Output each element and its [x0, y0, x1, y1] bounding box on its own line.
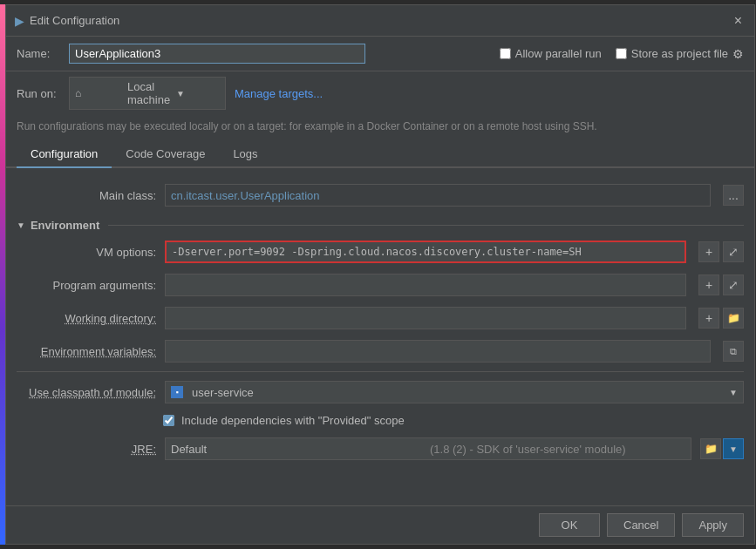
env-vars-copy-button[interactable]: ⧉: [723, 341, 744, 362]
module-icon: ▪: [171, 386, 183, 398]
program-args-expand-button[interactable]: ⤢: [723, 274, 744, 295]
info-text: Run configurations may be executed local…: [6, 115, 754, 141]
main-class-label: Main class:: [17, 189, 156, 202]
run-on-dropdown[interactable]: ⌂ Local machine ▼: [69, 77, 226, 110]
jre-folder-button[interactable]: 📁: [700, 438, 721, 459]
jre-value: Default (1.8 (2) - SDK of 'user-service'…: [165, 437, 691, 460]
store-project-checkbox[interactable]: [616, 48, 627, 59]
env-vars-input[interactable]: [165, 340, 711, 363]
jre-label: JRE:: [17, 443, 156, 456]
store-project-label: Store as project file: [631, 47, 728, 60]
config-icon: ▶: [15, 14, 24, 28]
module-dropdown-arrow-icon: ▼: [729, 388, 738, 397]
working-dir-row: Working directory: + 📁: [6, 302, 754, 335]
vm-options-expand-button[interactable]: ⤢: [723, 241, 744, 262]
program-args-add-button[interactable]: +: [698, 274, 719, 295]
triangle-icon[interactable]: ▼: [17, 220, 25, 230]
main-class-value: cn.itcast.user.UserApplication: [171, 189, 705, 202]
jre-row: JRE: Default (1.8 (2) - SDK of 'user-ser…: [6, 432, 754, 465]
gear-icon[interactable]: ⚙: [732, 47, 744, 61]
cancel-button[interactable]: Cancel: [607, 513, 675, 537]
classpath-module-row: Use classpath of module: ▪ user-service …: [6, 376, 754, 409]
apply-button[interactable]: Apply: [682, 513, 744, 537]
env-vars-label: Environment variables:: [17, 345, 156, 358]
name-label: Name:: [17, 47, 60, 60]
main-class-browse-button[interactable]: ...: [723, 185, 744, 206]
program-args-row: Program arguments: + ⤢: [6, 268, 754, 302]
tab-code-coverage[interactable]: Code Coverage: [112, 141, 219, 168]
classpath-label: Use classpath of module:: [17, 386, 156, 399]
tabs-bar: Configuration Code Coverage Logs: [6, 141, 754, 168]
main-class-row: Main class: cn.itcast.user.UserApplicati…: [6, 179, 754, 212]
classpath-module-dropdown[interactable]: ▪ user-service ▼: [165, 381, 744, 403]
home-icon: ⌂: [75, 87, 119, 99]
include-deps-checkbox[interactable]: [163, 415, 174, 426]
tab-configuration[interactable]: Configuration: [17, 141, 112, 168]
working-dir-folder-button[interactable]: 📁: [723, 308, 744, 329]
include-deps-row: Include dependencies with "Provided" sco…: [6, 409, 754, 432]
vm-options-input[interactable]: [165, 241, 686, 263]
vm-options-label: VM options:: [17, 246, 156, 259]
parallel-run-checkbox[interactable]: [500, 48, 511, 59]
run-on-value: Local machine: [127, 80, 171, 106]
vm-options-row: VM options: + ⤢: [6, 235, 754, 268]
environment-section: ▼ Environment: [6, 212, 754, 235]
jre-dim-text: (1.8 (2) - SDK of 'user-service' module): [430, 443, 685, 456]
name-input[interactable]: [69, 44, 365, 64]
manage-targets-link[interactable]: Manage targets...: [235, 87, 323, 100]
program-args-input[interactable]: [165, 274, 686, 296]
working-dir-input[interactable]: [165, 307, 686, 329]
module-name: user-service: [192, 386, 254, 399]
env-vars-row: Environment variables: ⧉: [6, 335, 754, 368]
content-area: Main class: cn.itcast.user.UserApplicati…: [6, 168, 754, 505]
dropdown-arrow-icon: ▼: [176, 89, 220, 98]
dialog-title: Edit Configuration: [30, 14, 119, 27]
parallel-run-label: Allow parallel run: [515, 47, 602, 60]
program-args-label: Program arguments:: [17, 279, 156, 292]
jre-dropdown-button[interactable]: ▼: [723, 438, 744, 459]
ok-button[interactable]: OK: [539, 513, 600, 537]
environment-title: Environment: [31, 219, 99, 232]
jre-default-text: Default: [171, 443, 426, 456]
bottom-bar: OK Cancel Apply: [6, 505, 754, 544]
include-deps-label: Include dependencies with "Provided" sco…: [181, 414, 405, 427]
run-on-label: Run on:: [17, 87, 60, 100]
working-dir-add-button[interactable]: +: [698, 308, 719, 329]
tab-logs[interactable]: Logs: [219, 141, 271, 168]
vm-options-add-button[interactable]: +: [698, 241, 719, 262]
working-dir-label: Working directory:: [17, 312, 156, 325]
close-button[interactable]: ×: [731, 12, 746, 30]
